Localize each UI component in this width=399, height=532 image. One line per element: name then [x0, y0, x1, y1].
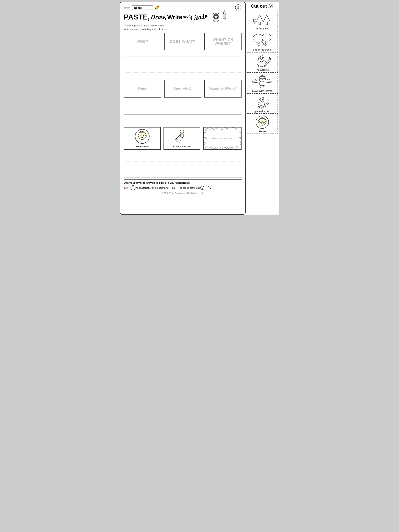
owl-icon	[210, 11, 222, 23]
cutout-item-squirrel2: picked a nut	[247, 94, 278, 114]
svg-point-86	[262, 34, 271, 41]
svg-point-127	[260, 106, 263, 107]
james-image	[252, 115, 273, 129]
svg-rect-79	[259, 22, 260, 25]
box-when-1: WHEN? OR WHERE?	[204, 33, 241, 50]
svg-rect-81	[266, 22, 268, 25]
svg-point-63	[238, 132, 241, 135]
my-brother-box: My brother	[124, 127, 161, 150]
boy-leaves-image	[251, 74, 274, 89]
cutout-label-park: at the park.	[256, 27, 269, 30]
svg-point-53	[212, 147, 216, 149]
cutout-label-squirrel2: picked a nut	[255, 110, 270, 113]
cutout-panel: Cut out	[246, 2, 279, 215]
circle-T: T	[131, 185, 135, 190]
section3: My brother	[124, 127, 241, 178]
rakes-leaves-box: rakes the leaves	[164, 127, 200, 150]
section1: WHO? DOES WHAT? WHEN? OR WHERE?	[124, 33, 241, 78]
svg-rect-19	[216, 13, 216, 15]
svg-line-115	[260, 85, 261, 88]
svg-point-48	[227, 128, 231, 130]
my-brother-label: My brother	[136, 145, 149, 148]
svg-point-46	[220, 127, 223, 130]
rakes-leaves-image	[175, 129, 190, 144]
cutout-item-squirrel: The squirrel	[247, 52, 278, 72]
svg-point-113	[255, 79, 257, 81]
svg-point-121	[260, 100, 261, 101]
svg-point-56	[223, 147, 227, 149]
svg-point-27	[143, 135, 144, 136]
title-draw: Draw,	[151, 13, 167, 21]
svg-line-101	[264, 66, 265, 67]
my-brother-image	[135, 129, 150, 144]
svg-point-84	[253, 34, 263, 42]
svg-point-112	[269, 81, 272, 83]
svg-point-135	[258, 120, 259, 122]
scissors-icon	[268, 3, 274, 9]
svg-point-122	[262, 100, 263, 101]
cutout-label-james: James	[258, 130, 266, 133]
svg-line-109	[254, 82, 260, 83]
title-write: Write	[167, 14, 182, 21]
svg-point-114	[267, 78, 270, 81]
svg-point-89	[261, 43, 264, 45]
svg-point-90	[265, 44, 266, 45]
svg-line-33	[183, 137, 183, 141]
cutout-item-park: at the park.	[247, 10, 278, 31]
period-item: The period at the end .	[178, 186, 204, 190]
svg-line-110	[265, 82, 270, 83]
svg-point-61	[204, 137, 207, 140]
title-and: and	[183, 15, 190, 19]
svg-point-26	[140, 135, 141, 136]
svg-point-49	[231, 127, 234, 129]
pencil-left-icon	[124, 6, 131, 10]
svg-marker-72	[210, 188, 211, 189]
svg-point-58	[231, 147, 234, 149]
svg-point-95	[260, 58, 261, 59]
svg-point-29	[146, 135, 147, 137]
box-does-1: DOES WHAT?	[164, 33, 202, 50]
svg-rect-3	[124, 7, 125, 8]
svg-point-62	[204, 142, 206, 145]
svg-point-136	[266, 120, 267, 122]
name-field[interactable]: Name:	[132, 6, 153, 10]
period-text: The period at the end	[178, 187, 200, 189]
box-does-2: Does what?	[164, 80, 202, 98]
svg-line-116	[264, 85, 264, 88]
trees-image	[249, 32, 276, 48]
svg-point-52	[209, 147, 212, 149]
svg-point-45	[216, 127, 219, 129]
svg-rect-68	[124, 187, 125, 189]
svg-rect-22	[224, 11, 225, 12]
circle-items: T he capital letter at the beginning The…	[124, 185, 241, 190]
svg-point-42	[205, 128, 208, 131]
svg-point-88	[258, 44, 260, 45]
svg-point-111	[252, 81, 255, 83]
title-paste: PASTE,	[124, 13, 150, 21]
svg-point-44	[212, 128, 216, 130]
svg-point-57	[227, 147, 231, 149]
svg-point-43	[209, 127, 212, 130]
cutout-item-boy-leaves: plays with leaves	[247, 72, 278, 94]
name-header: Name:	[124, 5, 241, 10]
svg-point-14	[217, 17, 218, 17]
picture-boxes-row: My brother	[124, 127, 241, 150]
svg-point-50	[234, 128, 238, 130]
writing-lines-2	[124, 99, 241, 125]
svg-marker-78	[256, 15, 263, 22]
svg-line-34	[176, 135, 181, 139]
svg-point-28	[138, 135, 139, 137]
cutout-title: Cut out	[251, 3, 274, 9]
svg-point-82	[253, 21, 256, 23]
draw-place-box[interactable]: Draw a place or time.	[203, 127, 241, 150]
svg-rect-87	[266, 41, 267, 44]
squirrel2-image	[252, 95, 273, 109]
cutout-item-trees: under the trees.	[247, 31, 278, 52]
svg-point-55	[220, 147, 223, 149]
box-who-2: Who?	[124, 80, 161, 98]
pencil-right-icon	[155, 5, 160, 10]
writing-lines-1	[124, 51, 241, 78]
rakes-leaves-label: rakes the leaves	[173, 145, 191, 148]
svg-point-96	[262, 58, 263, 59]
svg-marker-67	[127, 187, 128, 189]
